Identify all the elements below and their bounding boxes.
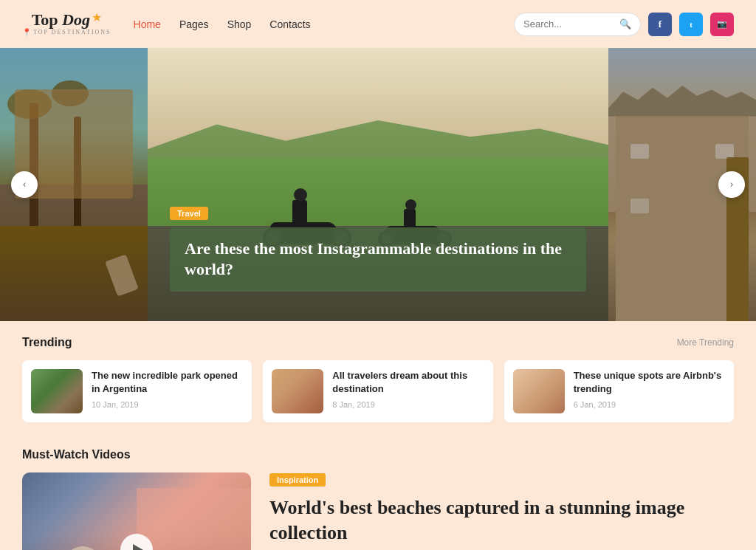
slider-next-button[interactable]: › [718, 171, 745, 198]
logo-text: Top Dog [32, 12, 90, 28]
hero-slider: Travel Are these the most Instagrammable… [0, 48, 756, 321]
search-box[interactable]: 🔍 [514, 13, 641, 36]
instagram-button[interactable]: 📷 [710, 13, 734, 36]
slider-prev-button[interactable]: ‹ [11, 171, 38, 198]
videos-section: Must-Watch Videos [0, 433, 756, 550]
trending-thumb-1 [31, 369, 83, 413]
nav-pages[interactable]: Pages [179, 18, 209, 30]
video-tag: Inspiration [269, 473, 326, 487]
play-icon [133, 544, 143, 550]
videos-title: Must-Watch Videos [22, 448, 131, 461]
park-thumbnail [31, 369, 83, 413]
trending-thumb-2 [272, 369, 323, 413]
trending-title-2: All travelers dream about this destinati… [332, 369, 484, 396]
slide-main: Travel Are these the most Instagrammable… [148, 48, 608, 321]
facebook-icon: f [659, 18, 662, 30]
logo-star-icon: ★ [92, 10, 102, 24]
slide-caption: Travel Are these the most Instagrammable… [170, 206, 586, 292]
nav-home[interactable]: Home [134, 18, 161, 30]
traveler-thumbnail [272, 369, 323, 413]
trending-date-2: 8 Jan, 2019 [332, 400, 484, 409]
trending-info-3: These unique spots are Airbnb's trending… [574, 369, 725, 409]
logo-pin-icon: 📍 [22, 28, 31, 36]
chevron-left-icon: ‹ [23, 179, 27, 190]
trending-info-1: The new incredible park opened in Argent… [92, 369, 243, 409]
trending-header: Trending More Trending [22, 336, 734, 349]
nav-contacts[interactable]: Contacts [269, 18, 310, 30]
nav-shop[interactable]: Shop [227, 18, 252, 30]
trending-date-3: 6 Jan, 2019 [574, 400, 725, 409]
trending-card-2[interactable]: All travelers dream about this destinati… [263, 360, 492, 422]
search-icon: 🔍 [619, 18, 631, 30]
trending-thumb-3 [513, 369, 565, 413]
header: Top Dog ★ 📍 TOP DESTINATIONS Home Pages … [0, 0, 756, 48]
logo-subtitle: TOP DESTINATIONS [33, 29, 111, 35]
trending-title: Trending [22, 336, 72, 349]
video-title: World's best beaches captured in a stunn… [269, 495, 734, 546]
chevron-right-icon: › [730, 179, 734, 190]
trending-date-1: 10 Jan, 2019 [92, 400, 243, 409]
trending-title-3: These unique spots are Airbnb's trending [574, 369, 725, 396]
trending-grid: The new incredible park opened in Argent… [22, 360, 734, 422]
video-thumbnail[interactable] [22, 472, 251, 550]
video-info: Inspiration World's best beaches capture… [269, 472, 734, 550]
trending-card-3[interactable]: These unique spots are Airbnb's trending… [504, 360, 734, 422]
twitter-button[interactable]: t [679, 13, 703, 36]
slide-tag: Travel [170, 207, 208, 220]
airbnb-thumbnail [513, 369, 565, 413]
search-input[interactable] [523, 18, 619, 30]
main-nav: Home Pages Shop Contacts [134, 18, 514, 30]
more-trending-link[interactable]: More Trending [677, 337, 734, 348]
trending-card-1[interactable]: The new incredible park opened in Argent… [22, 360, 252, 422]
logo[interactable]: Top Dog ★ 📍 TOP DESTINATIONS [22, 12, 111, 36]
trending-title-1: The new incredible park opened in Argent… [92, 369, 243, 396]
instagram-icon: 📷 [717, 19, 727, 29]
header-right: 🔍 f t 📷 [514, 13, 734, 36]
slide-title: Are these the most Instagrammable destin… [170, 227, 586, 292]
videos-grid: Inspiration World's best beaches capture… [22, 472, 734, 550]
facebook-button[interactable]: f [648, 13, 672, 36]
twitter-icon: t [690, 20, 693, 29]
trending-info-2: All travelers dream about this destinati… [332, 369, 484, 409]
trending-section: Trending More Trending The new incredibl… [0, 321, 756, 433]
